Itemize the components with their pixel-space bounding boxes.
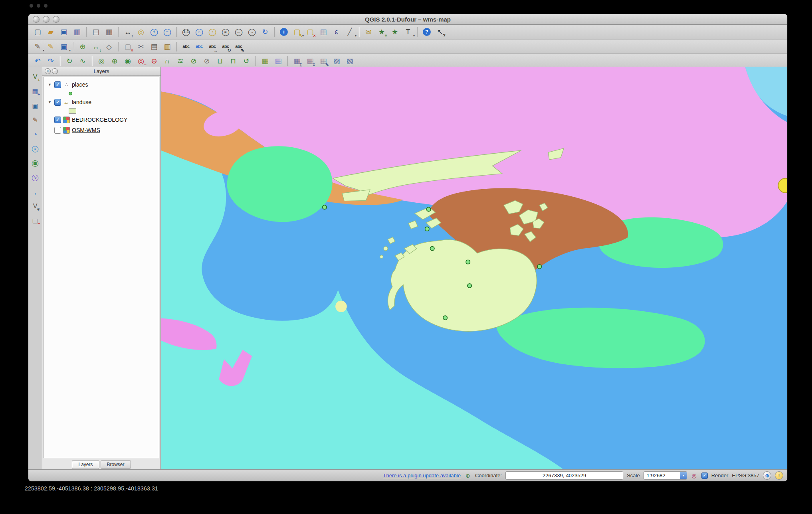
new-print-composer-button[interactable]: ▤ bbox=[90, 26, 102, 38]
add-wfs-layer-button[interactable]: ◯∿ bbox=[30, 172, 41, 183]
scale-dropdown-arrow-icon[interactable]: ▾ bbox=[680, 472, 687, 479]
pan-to-selection-button[interactable]: ◎ bbox=[135, 26, 147, 38]
merge-attributes-button[interactable]: ⊓ bbox=[227, 55, 239, 67]
zoom-full-extent-button[interactable]: ◯⌂ bbox=[193, 26, 205, 38]
layers-panel-header[interactable]: × ◦ Layers bbox=[42, 67, 160, 76]
toggle-editing-button[interactable]: ✎ bbox=[45, 41, 57, 53]
select-features-button[interactable]: ▢↖▾ bbox=[291, 26, 303, 38]
layer-item-bedrockgeology[interactable]: BEDROCKGEOLOGY bbox=[44, 115, 159, 125]
open-attribute-table-button[interactable]: ▦ bbox=[317, 26, 329, 38]
rotate-label-button[interactable]: abc↻ bbox=[220, 41, 232, 53]
map-tool-export-button[interactable]: ▦↧ bbox=[304, 55, 316, 67]
layer-item-osm-wms[interactable]: OSM-WMS bbox=[44, 125, 159, 135]
map-canvas[interactable] bbox=[161, 67, 787, 470]
help-contents-button[interactable]: ? bbox=[421, 26, 433, 38]
panel-close-icon[interactable]: × bbox=[45, 68, 51, 74]
reshape-features-button[interactable]: ∩ bbox=[161, 55, 173, 67]
close-button[interactable] bbox=[33, 16, 40, 23]
zoom-button[interactable] bbox=[53, 16, 59, 23]
zoom-next-button[interactable]: ◯→ bbox=[246, 26, 258, 38]
minimize-button[interactable] bbox=[43, 16, 50, 23]
whats-this-button[interactable]: ↖? bbox=[434, 26, 446, 38]
refresh-map-button[interactable]: ↻ bbox=[259, 26, 271, 38]
layer-visibility-checkbox[interactable] bbox=[54, 127, 61, 134]
add-postgis-layer-button[interactable]: ▣ bbox=[30, 100, 41, 111]
crs-status-icon[interactable]: ⊕ bbox=[763, 471, 771, 480]
zoom-native-button[interactable]: ◯1:1 bbox=[180, 26, 192, 38]
panel-tab-layers[interactable]: Layers bbox=[72, 460, 99, 469]
node-tool-button[interactable]: ◇ bbox=[103, 41, 115, 53]
split-features-button[interactable]: ⊘ bbox=[188, 55, 200, 67]
change-label-properties-button[interactable]: abc✎ bbox=[233, 41, 245, 53]
plugin-update-link[interactable]: There is a plugin update available bbox=[383, 472, 461, 478]
delete-part-button[interactable]: ⊖ bbox=[148, 55, 160, 67]
save-layer-edits-button[interactable]: ▣▾ bbox=[58, 41, 70, 53]
add-spatialite-layer-button[interactable]: ✎ bbox=[30, 115, 41, 125]
field-calculator-button[interactable]: ε bbox=[331, 26, 343, 38]
layer-item-places[interactable]: ▼∴places bbox=[44, 79, 159, 90]
panel-tab-browser[interactable]: Browser bbox=[101, 460, 131, 469]
add-delimited-text-layer-button[interactable]: , bbox=[30, 186, 41, 197]
disclosure-triangle-icon[interactable]: ▼ bbox=[47, 83, 52, 87]
delete-ring-button[interactable]: ◎− bbox=[135, 55, 147, 67]
move-feature-button[interactable]: ↔↕ bbox=[90, 41, 102, 53]
scale-combobox[interactable]: 1:92682 ▾ bbox=[644, 471, 687, 480]
layer-visibility-checkbox[interactable] bbox=[54, 81, 61, 88]
add-wms-layer-button[interactable]: ◯≈ bbox=[30, 143, 41, 154]
coordinate-input[interactable]: 2267339,-4023529 bbox=[505, 471, 623, 480]
offset-curve-button[interactable]: ≋ bbox=[174, 55, 186, 67]
map-tool-style-button[interactable]: ▨ bbox=[331, 55, 343, 67]
label-expression-button[interactable]: abc bbox=[193, 41, 205, 53]
new-bookmark-button[interactable]: ★+ bbox=[376, 26, 388, 38]
add-part-button[interactable]: ⊕ bbox=[109, 55, 121, 67]
redo-button[interactable]: ↷ bbox=[45, 55, 57, 67]
zoom-out-button[interactable]: ◯− bbox=[161, 26, 173, 38]
add-vector-layer-button[interactable]: V+ bbox=[30, 71, 41, 82]
paste-features-button[interactable]: ▥ bbox=[161, 41, 173, 53]
copy-features-button[interactable]: ▤ bbox=[148, 41, 160, 53]
map-tool-query-button[interactable]: ▧ bbox=[344, 55, 356, 67]
layer-item-landuse[interactable]: ▼▱landuse bbox=[44, 97, 159, 107]
show-bookmarks-button[interactable]: ★ bbox=[389, 26, 401, 38]
save-project-button[interactable]: ▣ bbox=[58, 26, 70, 38]
map-tips-button[interactable]: ✉ bbox=[362, 26, 374, 38]
current-edits-button[interactable]: ✎▾ bbox=[32, 41, 44, 53]
zoom-in-button[interactable]: ◯+ bbox=[148, 26, 160, 38]
undo-button[interactable]: ↶ bbox=[32, 55, 44, 67]
render-checkbox[interactable] bbox=[701, 472, 708, 479]
move-label-button[interactable]: abc↔ bbox=[206, 41, 218, 53]
cut-features-button[interactable]: ✂ bbox=[135, 41, 147, 53]
rotate-feature-button[interactable]: ↻ bbox=[63, 55, 75, 67]
new-shapefile-layer-button[interactable]: V∗ bbox=[30, 201, 41, 212]
remove-layer-button[interactable]: ▢− bbox=[30, 215, 41, 226]
zoom-to-selection-button[interactable]: ◯▪ bbox=[206, 26, 218, 38]
pan-map-button[interactable]: ↔↕ bbox=[122, 26, 134, 38]
text-annotation-button[interactable]: T▾ bbox=[402, 26, 414, 38]
plugin-update-icon[interactable]: ⊕ bbox=[464, 472, 471, 479]
window-titlebar[interactable]: QGIS 2.0.1-Dufour – wms-map bbox=[28, 14, 787, 25]
zoom-last-button[interactable]: ◯← bbox=[233, 26, 245, 38]
add-ring-button[interactable]: ◎ bbox=[95, 55, 107, 67]
delete-selected-button[interactable]: ▢× bbox=[122, 41, 134, 53]
add-raster-layer-button[interactable]: ▦+ bbox=[30, 86, 41, 97]
deselect-features-button[interactable]: ▢× bbox=[304, 26, 316, 38]
simplify-feature-button[interactable]: ∿ bbox=[77, 55, 89, 67]
new-project-button[interactable]: ▢ bbox=[32, 26, 44, 38]
open-project-button[interactable]: ▰ bbox=[45, 26, 57, 38]
geometry-checker-button[interactable]: ▦ bbox=[259, 55, 271, 67]
add-mssql-layer-button[interactable]: ◔ bbox=[30, 129, 41, 140]
identify-features-button[interactable]: i bbox=[278, 26, 290, 38]
composer-manager-button[interactable]: ▦ bbox=[103, 26, 115, 38]
layer-visibility-checkbox[interactable] bbox=[54, 117, 61, 123]
panel-float-icon[interactable]: ◦ bbox=[52, 68, 58, 74]
add-feature-button[interactable]: ⊕ bbox=[77, 41, 89, 53]
scale-magnifier-icon[interactable]: ◎ bbox=[691, 472, 698, 479]
map-tool-edit-button[interactable]: ▦✎ bbox=[317, 55, 329, 67]
measure-button[interactable]: ╱▾ bbox=[344, 26, 356, 38]
raster-calculator-button[interactable]: ▦ bbox=[272, 55, 284, 67]
add-wcs-layer-button[interactable]: ◯▦ bbox=[30, 158, 41, 168]
fill-ring-button[interactable]: ◉ bbox=[122, 55, 134, 67]
split-parts-button[interactable]: ⊘ bbox=[201, 55, 213, 67]
rotate-point-symbols-button[interactable]: ↺ bbox=[240, 55, 252, 67]
message-log-icon[interactable]: ! bbox=[775, 471, 783, 480]
